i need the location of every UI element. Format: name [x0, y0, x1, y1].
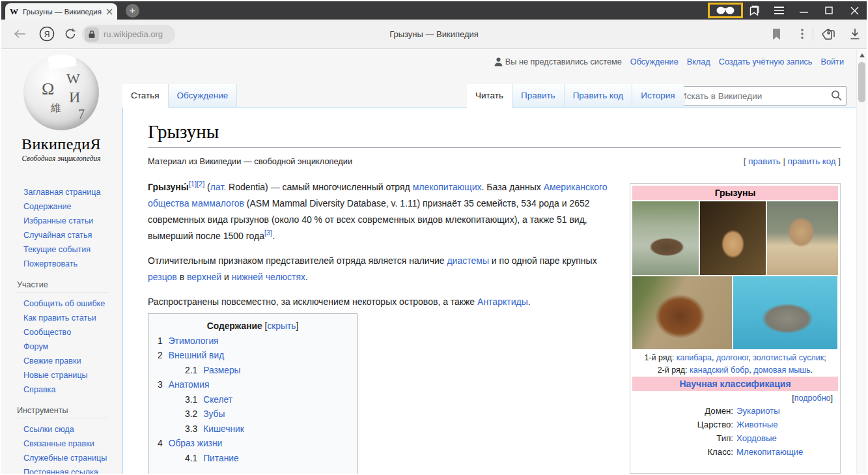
toc-item-link[interactable]: Образ жизни [169, 439, 223, 448]
download-icon[interactable] [848, 20, 862, 48]
text-link[interactable]: капибара [677, 353, 712, 362]
sidebar-link[interactable]: Пожертвовать [23, 257, 122, 271]
text-link[interactable]: золотистый суслик [753, 353, 824, 362]
sidebar-link[interactable]: Содержание [23, 199, 122, 214]
text-link[interactable]: долгоног [716, 353, 748, 362]
text-link[interactable]: скрыть [267, 321, 296, 331]
sidebar-link[interactable]: Заглавная страница [23, 185, 122, 199]
reference-link[interactable]: [3] [264, 229, 272, 237]
reference-link[interactable]: [1] [189, 180, 197, 188]
toc-item-link[interactable]: Анатомия [169, 380, 210, 390]
yandex-icon[interactable]: Я [38, 20, 56, 48]
sidebar-link[interactable]: Служебные страницы [23, 451, 122, 465]
sidebar-link[interactable]: Свежие правки [23, 354, 122, 368]
scrollbar-thumb[interactable] [858, 62, 865, 102]
classification-header-link[interactable]: Научная классификация [632, 377, 838, 391]
animal-image[interactable] [733, 276, 837, 349]
sidebar-link[interactable]: Новые страницы [23, 368, 122, 382]
sidebar-link[interactable]: Как править статьи [23, 311, 122, 325]
animal-image[interactable] [632, 201, 699, 275]
text-link[interactable]: млекопитающих [413, 182, 482, 192]
text-link[interactable]: диастемы [447, 255, 489, 266]
taxon-link[interactable]: Хордовые [736, 431, 777, 445]
toc-item-link[interactable]: Этимология [169, 336, 219, 346]
sidebar-link[interactable]: Случайная статья [23, 228, 122, 242]
sidebar-link[interactable]: Форум [23, 339, 122, 354]
incognito-glasses-icon-highlighted[interactable] [708, 3, 743, 18]
text-link[interactable]: нижней челюстях [232, 272, 305, 282]
scroll-up-arrow-icon[interactable] [860, 53, 865, 57]
toc-item-link[interactable]: Кишечник [203, 424, 244, 434]
sidebar-link[interactable]: Справка [23, 382, 122, 397]
personal-link[interactable]: Войти [820, 57, 844, 66]
more-options-icon[interactable] [797, 20, 807, 48]
toc-item-link[interactable]: Зубы [203, 409, 225, 419]
toc-item[interactable]: 3.2 Зубы [154, 409, 352, 419]
search-icon[interactable] [831, 90, 842, 101]
toc-item[interactable]: 4.1 Питание [154, 453, 352, 463]
minimize-icon[interactable] [797, 1, 810, 20]
toc-item-link[interactable]: Размеры [203, 366, 240, 375]
text-link[interactable]: править код [788, 156, 836, 166]
sidebar-link[interactable]: Избранные статьи [23, 214, 122, 228]
svg-text:Я: Я [44, 30, 50, 39]
taxon-link[interactable]: Эукариоты [736, 404, 780, 418]
new-tab-button[interactable]: + [126, 4, 139, 18]
personal-link[interactable]: Вклад [687, 57, 710, 66]
toc-item[interactable]: 2 Внешний вид [154, 351, 352, 360]
animal-image[interactable] [767, 201, 838, 275]
toc-item[interactable]: 3.1 Скелет [154, 395, 352, 405]
side-panel-icon[interactable] [747, 1, 761, 20]
wikipedia-logo[interactable]: ΩWИ維7 ВикипедиЯ Свободная энциклопедия [5, 55, 117, 162]
bookmark-flag-icon[interactable] [770, 20, 783, 48]
taxon-link[interactable]: Животные [736, 418, 778, 431]
sidebar-link[interactable]: Сообщить об ошибке [23, 296, 122, 311]
reference-link[interactable]: [2] [197, 180, 204, 188]
personal-link[interactable]: Обсуждение [630, 57, 679, 66]
sidebar-link[interactable]: Текущие события [23, 242, 122, 257]
tab-close-icon[interactable] [106, 8, 113, 15]
refresh-icon[interactable] [61, 20, 79, 48]
toc-item-link[interactable]: Питание [203, 453, 238, 463]
namespace-tab[interactable]: Обсуждение [169, 84, 238, 108]
view-tab[interactable]: Читать [467, 84, 512, 108]
text-link[interactable]: лат. [210, 182, 226, 192]
taxon-link[interactable]: Млекопитающие [736, 445, 803, 459]
search-input[interactable] [674, 86, 847, 106]
toc-item[interactable]: 4 Образ жизни [154, 439, 352, 448]
toc-item[interactable]: 1 Этимология [154, 336, 352, 346]
text-link[interactable]: домовая мышь [753, 366, 811, 375]
back-icon[interactable] [10, 20, 29, 48]
menu-icon[interactable] [772, 1, 785, 20]
page-scrollbar[interactable] [856, 50, 867, 474]
personal-link[interactable]: Создать учётную запись [719, 57, 813, 66]
sidebar-link[interactable]: Постоянная ссылка [23, 465, 122, 474]
collections-icon[interactable] [819, 20, 837, 48]
view-tab[interactable]: Править код [565, 84, 633, 108]
toc-item-link[interactable]: Скелет [203, 395, 232, 405]
view-tab[interactable]: Править [512, 84, 565, 108]
toc-item[interactable]: 3 Анатомия [154, 380, 352, 390]
sidebar-link[interactable]: Связанные правки [23, 437, 122, 451]
close-icon[interactable] [848, 1, 861, 20]
namespace-tab[interactable]: Статья [122, 84, 169, 108]
text-link[interactable]: Антарктиды [477, 296, 528, 307]
toc-item[interactable]: 2.1 Размеры [154, 366, 352, 375]
maximize-icon[interactable] [822, 1, 835, 20]
toc-item-link[interactable]: Внешний вид [169, 351, 225, 360]
view-tab[interactable]: История [632, 84, 684, 108]
animal-image[interactable] [700, 201, 766, 275]
lock-icon[interactable] [85, 27, 99, 42]
text-link[interactable]: подробно [794, 394, 831, 403]
address-bar[interactable]: ru.wikipedia.org [82, 25, 175, 44]
toc-item[interactable]: 3.3 Кишечник [154, 424, 352, 434]
text-link[interactable]: канадский бобр [690, 366, 749, 375]
browser-tab[interactable]: W Грызуны — Википедия [5, 3, 117, 20]
text-link[interactable]: править [748, 156, 781, 166]
sidebar-link[interactable]: Сообщество [23, 325, 122, 339]
sidebar-link[interactable]: Ссылки сюда [23, 422, 122, 437]
url-text: ru.wikipedia.org [104, 29, 163, 39]
text-link[interactable]: резцов [148, 272, 177, 282]
animal-image[interactable] [632, 276, 732, 349]
text-link[interactable]: верхней [187, 272, 221, 282]
